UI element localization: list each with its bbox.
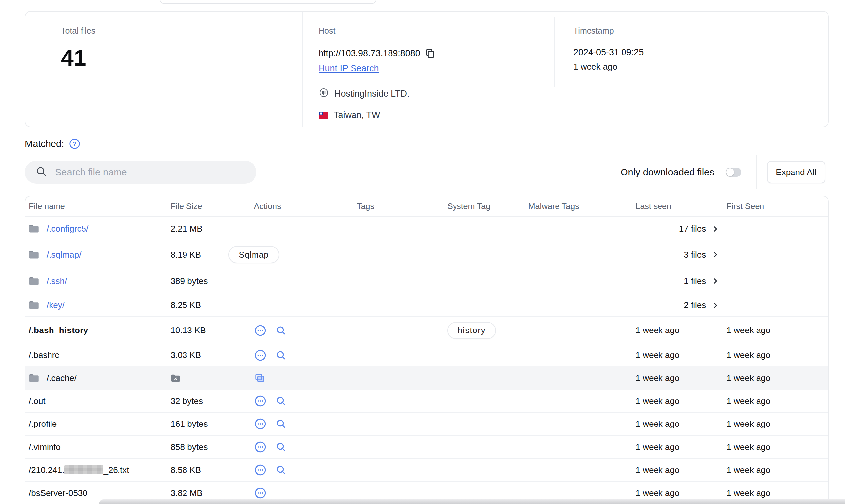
files-table: File nameFile SizeActionsTagsSystem TagM… xyxy=(25,196,829,504)
file-search-box xyxy=(25,161,257,184)
last-seen-cell: 17 files xyxy=(632,223,724,234)
folder-link[interactable]: /.sqlmap/ xyxy=(47,250,82,260)
hunt-ip-search-link[interactable]: Hunt IP Search xyxy=(318,63,379,74)
host-url: http://103.98.73.189:8080 xyxy=(318,49,420,59)
actions-cell xyxy=(228,395,354,407)
browser-searchbox-partial xyxy=(159,0,376,4)
matched-label: Matched: xyxy=(25,139,64,149)
file-name: /.cache/ xyxy=(47,373,76,383)
table-row[interactable]: /.ssh/389 bytes1 files xyxy=(25,268,828,293)
search-action-icon[interactable] xyxy=(275,349,286,361)
files-count[interactable]: 1 files xyxy=(684,276,724,286)
file-size-cell: 10.13 KB xyxy=(168,325,228,336)
matched-row: Matched: ? xyxy=(25,138,81,150)
total-files-label: Total files xyxy=(61,26,302,36)
more-actions-icon[interactable] xyxy=(254,418,267,430)
more-actions-icon[interactable] xyxy=(254,395,267,407)
file-name-cell: /.configrc5/ xyxy=(25,223,168,234)
first-seen-cell: 1 week ago xyxy=(724,325,828,336)
more-actions-icon[interactable] xyxy=(254,441,267,453)
files-count[interactable]: 2 files xyxy=(684,300,724,310)
file-name-cell: /.bashrc xyxy=(25,350,168,360)
file-name: /.out xyxy=(29,396,46,407)
table-row[interactable]: /.bash_history10.13 KBhistory1 week ago1… xyxy=(25,316,828,344)
table-row[interactable]: /.profile161 bytes1 week ago1 week ago xyxy=(25,412,828,435)
total-files-value: 41 xyxy=(61,45,302,71)
copy-icon[interactable] xyxy=(425,48,435,59)
actions-cell xyxy=(228,464,354,476)
copy-action-icon[interactable] xyxy=(254,372,265,384)
file-size-cell: 161 bytes xyxy=(168,419,228,429)
file-name-cell: /bsServer-0530 xyxy=(25,488,168,498)
more-actions-icon[interactable] xyxy=(254,349,267,361)
file-name-cell: /.cache/ xyxy=(25,373,168,383)
file-name-cell: /.out xyxy=(25,396,168,407)
only-downloaded-toggle[interactable] xyxy=(725,167,741,177)
files-count[interactable]: 17 files xyxy=(679,223,724,234)
actions-cell xyxy=(228,372,354,384)
file-name: /.bash_history xyxy=(29,325,88,336)
file-name-cell: /210.241._26.txt xyxy=(25,465,168,475)
actions-cell: Sqlmap xyxy=(228,246,354,263)
last-seen-cell: 1 week ago xyxy=(632,325,724,336)
table-row[interactable]: /.cache/1 week ago1 week ago xyxy=(25,366,828,390)
first-seen-cell: 1 week ago xyxy=(724,442,828,452)
help-icon[interactable]: ? xyxy=(69,138,81,150)
file-name-cell: /.bash_history xyxy=(25,325,168,336)
column-header-system-tag: System Tag xyxy=(446,201,525,211)
file-name: /.profile xyxy=(29,419,57,429)
host-provider-row: HostingInside LTD. xyxy=(318,87,554,100)
only-downloaded-label: Only downloaded files xyxy=(620,167,714,178)
host-location: Taiwan, TW xyxy=(334,110,380,120)
actions-cell xyxy=(228,418,354,430)
chevron-right-icon xyxy=(711,277,719,285)
table-body: /.configrc5/2.21 MB17 files/.sqlmap/8.19… xyxy=(25,217,828,504)
timestamp-section: Timestamp 2024-05-31 09:25 1 week ago xyxy=(554,12,828,127)
search-input[interactable] xyxy=(55,167,240,178)
more-actions-icon[interactable] xyxy=(254,464,267,476)
table-row[interactable]: /.out32 bytes1 week ago1 week ago xyxy=(25,390,828,412)
toggle-knob xyxy=(726,168,734,176)
table-row[interactable]: /210.241._26.txt8.58 KB1 week ago1 week … xyxy=(25,458,828,481)
search-action-icon[interactable] xyxy=(275,395,286,407)
actions-cell xyxy=(228,324,354,337)
file-name-cell: /.profile xyxy=(25,419,168,429)
file-size-cell: 2.21 MB xyxy=(168,223,228,234)
file-name: /.bashrc xyxy=(29,350,59,360)
chevron-right-icon xyxy=(711,302,719,309)
first-seen-cell: 1 week ago xyxy=(724,488,828,498)
svg-text:?: ? xyxy=(73,141,76,147)
column-header-actions: Actions xyxy=(228,201,353,211)
search-action-icon[interactable] xyxy=(275,325,286,336)
files-count[interactable]: 3 files xyxy=(684,250,724,260)
action-tag: Sqlmap xyxy=(228,246,280,263)
system-tag: history xyxy=(447,322,496,339)
file-size-cell: 3.82 MB xyxy=(168,488,228,498)
table-row[interactable]: /.configrc5/2.21 MB17 files xyxy=(25,217,828,241)
search-icon xyxy=(35,166,47,179)
more-actions-icon[interactable] xyxy=(254,487,267,499)
last-seen-cell: 1 week ago xyxy=(632,442,724,452)
file-size-cell: 8.58 KB xyxy=(168,465,228,475)
column-header-first-seen: First Seen xyxy=(724,201,828,211)
folder-link[interactable]: /.ssh/ xyxy=(47,276,67,286)
redacted-text xyxy=(64,465,103,474)
folder-link[interactable]: /key/ xyxy=(47,300,65,310)
host-summary-card: Total files 41 Host http://103.98.73.189… xyxy=(25,11,829,127)
more-actions-icon[interactable] xyxy=(254,324,267,337)
table-row[interactable]: /.viminfo858 bytes1 week ago1 week ago xyxy=(25,435,828,458)
file-size-cell: 32 bytes xyxy=(168,396,228,407)
expand-all-button[interactable]: Expand All xyxy=(767,161,825,183)
table-row[interactable]: /key/8.25 KB2 files xyxy=(25,293,828,316)
table-row[interactable]: /.sqlmap/8.19 KBSqlmap3 files xyxy=(25,241,828,268)
controls-divider xyxy=(756,155,757,189)
search-action-icon[interactable] xyxy=(275,464,286,475)
file-name-cell: /.sqlmap/ xyxy=(25,250,168,260)
folder-link[interactable]: /.configrc5/ xyxy=(47,223,88,234)
table-row[interactable]: /.bashrc3.03 KB1 week ago1 week ago xyxy=(25,344,828,366)
actions-cell xyxy=(228,349,354,361)
first-seen-cell: 1 week ago xyxy=(724,373,828,383)
file-name-cell: /.ssh/ xyxy=(25,276,168,286)
search-action-icon[interactable] xyxy=(275,441,286,452)
search-action-icon[interactable] xyxy=(275,418,286,430)
